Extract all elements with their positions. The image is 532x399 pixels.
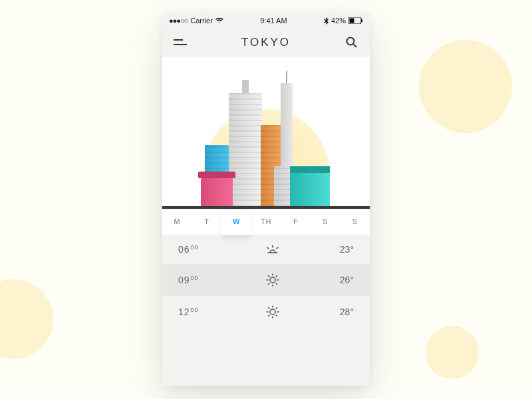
battery-icon: [348, 17, 363, 24]
hour-temp: 28°: [321, 307, 354, 317]
sun-icon: [225, 273, 321, 287]
svg-line-13: [276, 283, 277, 285]
day-tab[interactable]: F: [281, 209, 311, 235]
search-icon[interactable]: [344, 35, 359, 50]
day-tab[interactable]: S: [311, 209, 340, 235]
day-label: W: [233, 217, 240, 225]
hour-time: 0600: [178, 244, 225, 255]
hour-time: 1200: [178, 307, 225, 317]
svg-rect-2: [361, 19, 362, 22]
bluetooth-icon: [324, 17, 329, 25]
signal-dots-icon: ●●●○○: [169, 17, 188, 25]
day-tab[interactable]: W: [221, 209, 251, 235]
status-bar: ●●●○○ Carrier 9:41 AM 42%: [162, 13, 370, 28]
svg-line-22: [276, 315, 277, 317]
day-tab[interactable]: T: [192, 209, 222, 235]
day-label: S: [323, 217, 328, 225]
svg-line-24: [269, 315, 270, 317]
hour-time: 0900: [178, 275, 225, 285]
svg-line-23: [276, 308, 277, 309]
city-title: TOKYO: [241, 36, 291, 49]
svg-line-15: [269, 283, 270, 285]
hour-row[interactable]: 0600 23°: [162, 235, 370, 264]
svg-point-5: [346, 38, 354, 45]
decor-circle: [419, 40, 512, 133]
svg-point-7: [270, 277, 275, 283]
svg-line-14: [276, 276, 277, 277]
svg-line-12: [269, 276, 270, 277]
day-label: S: [352, 217, 358, 225]
hour-temp: 26°: [321, 275, 354, 285]
status-left: ●●●○○ Carrier: [169, 17, 223, 25]
day-label: T: [204, 217, 209, 225]
sun-icon: [225, 305, 321, 319]
decor-circle: [426, 326, 479, 379]
day-tab[interactable]: M: [162, 209, 192, 235]
hour-row[interactable]: 1200 28°: [162, 296, 370, 328]
hour-row[interactable]: 0900 26°: [162, 264, 370, 296]
navbar: TOKYO: [162, 28, 370, 57]
svg-line-6: [353, 45, 356, 48]
battery-label: 42%: [331, 17, 346, 25]
status-right: 42%: [324, 17, 363, 25]
phone-frame: ●●●○○ Carrier 9:41 AM 42% TOKYO: [162, 13, 370, 386]
city-illustration: [162, 57, 370, 209]
decor-circle: [0, 279, 53, 359]
svg-line-21: [269, 308, 270, 309]
day-label: M: [174, 217, 180, 225]
day-tab[interactable]: TH: [251, 209, 281, 235]
day-tab[interactable]: S: [340, 209, 370, 235]
day-label: F: [293, 217, 298, 225]
hour-temp: 23°: [321, 244, 354, 255]
wifi-icon: [215, 17, 223, 24]
sunrise-icon: [225, 244, 321, 255]
menu-icon[interactable]: [173, 35, 188, 50]
day-label: TH: [261, 217, 271, 225]
svg-point-16: [270, 309, 275, 315]
svg-rect-1: [350, 19, 354, 23]
carrier-label: Carrier: [190, 17, 213, 25]
day-selector: M T W TH F S S: [162, 209, 370, 235]
hourly-forecast[interactable]: 0600 23° 0900 26° 1200 28°: [162, 235, 370, 386]
status-time: 9:41 AM: [260, 17, 287, 25]
